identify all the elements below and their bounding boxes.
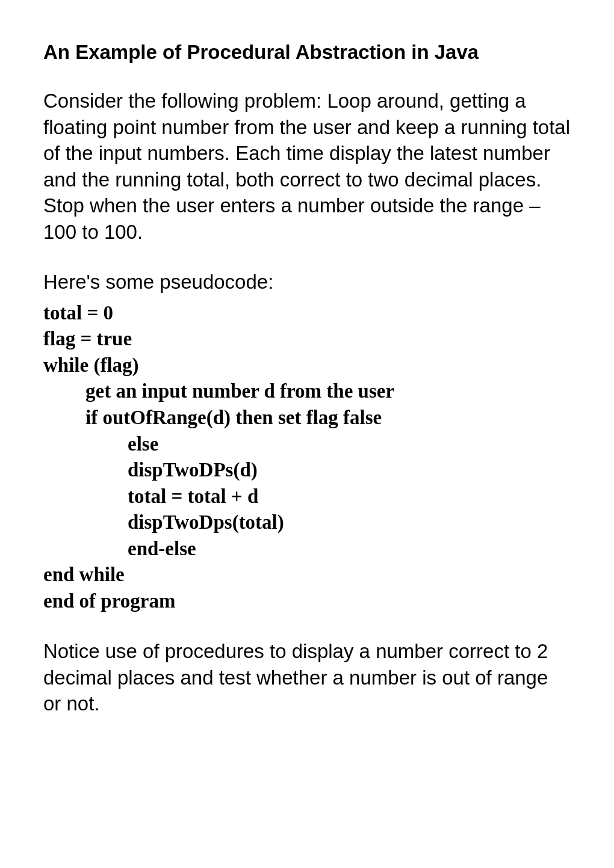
pseudocode-block: total = 0 flag = true while (flag) get a…: [43, 300, 571, 615]
pseudocode-line: total = total + d: [43, 484, 571, 510]
pseudocode-line: while (flag): [43, 352, 571, 379]
pseudocode-line: dispTwoDps(total): [43, 509, 571, 536]
intro-paragraph: Consider the following problem: Loop aro…: [43, 88, 571, 245]
pseudocode-line: end while: [43, 562, 571, 588]
pseudocode-line: else: [43, 431, 571, 458]
pseudocode-line: end-else: [43, 536, 571, 562]
pseudocode-line: get an input number d from the user: [43, 378, 571, 405]
document-title: An Example of Procedural Abstraction in …: [43, 41, 571, 64]
pseudocode-line: dispTwoDPs(d): [43, 457, 571, 484]
closing-paragraph: Notice use of procedures to display a nu…: [43, 638, 571, 717]
pseudocode-intro: Here's some pseudocode:: [43, 269, 571, 295]
pseudocode-line: flag = true: [43, 326, 571, 352]
pseudocode-line: if outOfRange(d) then set flag false: [43, 405, 571, 431]
pseudocode-line: end of program: [43, 588, 571, 615]
pseudocode-line: total = 0: [43, 300, 571, 327]
